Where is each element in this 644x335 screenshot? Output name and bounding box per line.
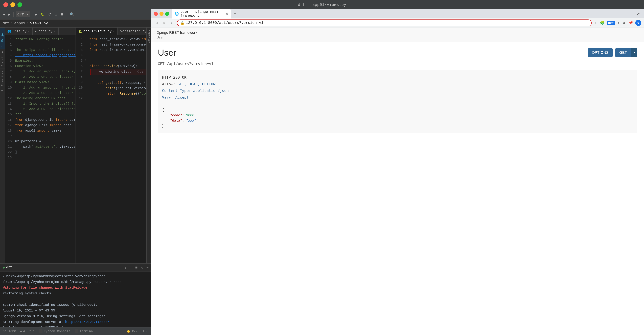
- bookmarks-icon[interactable]: ☆: [593, 20, 598, 26]
- close-views-tab[interactable]: ✕: [113, 30, 115, 33]
- coverage-btn[interactable]: ☑: [54, 12, 58, 17]
- toolbar-separator-2: [32, 12, 32, 17]
- console-line-7: Starting development server at http://12…: [3, 319, 148, 325]
- browser-window-maximize[interactable]: ⤢: [635, 11, 641, 17]
- left-code-panel: 🌐 urls.py ✕ ⚙ conf.py ✕ 12345: [5, 28, 76, 263]
- fold-gutter: ▾: [84, 35, 88, 263]
- drf-action-buttons: OPTIONS GET ▾: [588, 48, 637, 57]
- secure-icon: 🔒: [180, 21, 184, 25]
- url-text: 127.0.0.1:8000/api/users?version=v1: [186, 21, 588, 25]
- minimize-button[interactable]: [10, 2, 15, 7]
- browser-titlebar: 🌐 User – Django REST framewor… ✕ + ⤢: [151, 10, 644, 18]
- run-minimize-btn[interactable]: —: [146, 265, 149, 270]
- vary-header: Vary: Accept: [162, 94, 633, 101]
- settings-icon[interactable]: ⚙: [622, 20, 626, 26]
- status-todo[interactable]: 6: TODO: [3, 329, 16, 333]
- new-badge: New: [607, 21, 615, 25]
- back-button[interactable]: ◀: [154, 20, 160, 26]
- tab-urls-py[interactable]: 🌐 urls.py ✕: [5, 28, 32, 35]
- browser-nav-icons: ☆ 🧩 New ⬇ ⚙ 📌 U: [593, 20, 641, 26]
- nav-back-btn[interactable]: ◀: [2, 12, 6, 17]
- run-restart-btn[interactable]: ↻: [124, 265, 127, 270]
- run-console: /Users/wupeiqi/PycharmProjects/drf/.venv…: [0, 271, 151, 327]
- profile-avatar[interactable]: U: [635, 20, 641, 26]
- status-event-log[interactable]: 🔔 Event Log: [126, 329, 148, 333]
- vary-value: Accept: [175, 95, 188, 100]
- sidebar-item-structure[interactable]: Structure: [0, 49, 5, 69]
- browser-minimize[interactable]: [160, 12, 164, 16]
- allow-header: Allow: GET, HEAD, OPTIONS: [162, 81, 633, 88]
- maximize-button[interactable]: [18, 2, 22, 7]
- console-line-1: /Users/wupeiqi/PycharmProjects/drf/.venv…: [3, 273, 148, 285]
- download-icon[interactable]: ⬇: [616, 20, 620, 26]
- project-breadcrumb: drf › app01 › views.py: [0, 20, 151, 28]
- pin-icon[interactable]: 📌: [628, 20, 634, 26]
- title-bar: drf – app01/views.py: [0, 0, 644, 10]
- django-favicon: 🌐: [174, 12, 179, 16]
- traffic-lights: [3, 2, 22, 7]
- search-btn[interactable]: 🔍: [69, 12, 75, 17]
- drf-breadcrumb: User: [156, 36, 639, 39]
- status-python-console[interactable]: ⬛ Python Console: [38, 329, 70, 333]
- left-line-numbers: 12345 678910 1112131415 1617181920 21222…: [5, 35, 13, 263]
- sidebar-item-project[interactable]: 1: Project: [0, 28, 5, 49]
- project-label[interactable]: drf ▾: [16, 12, 30, 17]
- browser-chrome: 🌐 User – Django REST framewor… ✕ + ⤢ ◀ ▶…: [151, 10, 644, 28]
- left-code-content: 12345 678910 1112131415 1617181920 21222…: [5, 35, 76, 263]
- code-panels: 🌐 urls.py ✕ ⚙ conf.py ✕ 12345: [5, 28, 146, 263]
- bottom-panel: ▶ drf ✕ ↻ ↓ ⏹ ⚙ — /Users/wupeiqi/Pycharm…: [0, 263, 151, 327]
- browser-maximize[interactable]: [165, 12, 169, 16]
- debug-btn[interactable]: 🐛: [40, 12, 46, 17]
- run-tab[interactable]: ▶ drf ✕: [2, 265, 16, 270]
- stop-btn[interactable]: ⏹: [59, 12, 65, 17]
- tab-versioning-py[interactable]: versioning.py ✕: [118, 28, 146, 35]
- run-config-btn[interactable]: ▶: [34, 12, 38, 17]
- browser-tab-active[interactable]: 🌐 User – Django REST framewor… ✕: [172, 10, 231, 19]
- vertical-labels-left: 1: Project Structure 2: Favorites: [0, 28, 5, 263]
- right-code-text: from rest_framework.views import APIView…: [88, 35, 146, 263]
- get-button-group: GET ▾: [615, 48, 637, 57]
- close-button[interactable]: [3, 2, 8, 7]
- get-dropdown-button[interactable]: ▾: [631, 48, 637, 57]
- tab-conf-py[interactable]: ⚙ conf.py ✕: [32, 28, 58, 35]
- breadcrumb-file[interactable]: views.py: [30, 21, 48, 26]
- server-link[interactable]: http://127.0.0.1:8000/: [65, 320, 110, 324]
- browser-close[interactable]: [154, 12, 158, 16]
- console-line-5: August 19, 2021 – 07:43:55: [3, 308, 148, 313]
- tab-views-py[interactable]: 🐍 app01/views.py ✕: [76, 28, 118, 35]
- close-conf-tab[interactable]: ✕: [54, 30, 56, 33]
- run-tab-label: drf: [6, 265, 12, 269]
- main-container: ◀ ▶ drf ▾ ▶ 🐛 ⏱ ☑ ⏹ 🔍 drf › app01 › view…: [0, 10, 644, 335]
- browser-panel: 🌐 User – Django REST framewor… ✕ + ⤢ ◀ ▶…: [151, 10, 644, 335]
- sidebar-item-favorites[interactable]: 2: Favorites: [0, 69, 5, 93]
- browser-tabs: 🌐 User – Django REST framewor… ✕ +: [172, 10, 238, 19]
- close-urls-tab[interactable]: ✕: [28, 30, 30, 33]
- content-type-value: application/json: [193, 89, 229, 93]
- browser-traffic-lights: [154, 12, 169, 16]
- sidebar-item-database[interactable]: Database: [146, 28, 151, 46]
- breadcrumb-app01[interactable]: app01: [14, 21, 25, 26]
- drf-main: User OPTIONS GET ▾ GET /api/users?versio…: [151, 42, 644, 138]
- status-run[interactable]: ▶ 4: Run: [20, 329, 34, 333]
- status-bar: 6: TODO ▶ 4: Run ⬛ Python Console ⬛ Term…: [0, 327, 151, 335]
- options-button[interactable]: OPTIONS: [588, 48, 612, 57]
- console-line-8: Quit the server with CONTROL-C.: [3, 325, 148, 327]
- run-stop-btn[interactable]: ⏹: [134, 265, 139, 270]
- left-file-tabs: 🌐 urls.py ✕ ⚙ conf.py ✕: [5, 28, 76, 35]
- new-tab-button[interactable]: +: [232, 11, 238, 17]
- extensions-icon[interactable]: 🧩: [599, 20, 606, 26]
- nav-forward-btn[interactable]: ▶: [8, 12, 12, 17]
- breadcrumb-drf[interactable]: drf: [3, 21, 10, 26]
- address-bar[interactable]: 🔒 127.0.0.1:8000/api/users?version=v1: [177, 20, 592, 26]
- reload-button[interactable]: ↻: [169, 20, 175, 26]
- status-terminal[interactable]: ⬛ Terminal: [74, 329, 95, 333]
- browser-tab-close[interactable]: ✕: [226, 12, 228, 16]
- run-settings-btn[interactable]: ⚙: [141, 265, 144, 270]
- browser-content: Django REST framework User User OPTIONS …: [151, 28, 644, 335]
- profile-btn[interactable]: ⏱: [47, 12, 52, 17]
- forward-button[interactable]: ▶: [162, 20, 168, 26]
- get-button[interactable]: GET: [615, 48, 631, 57]
- run-tab-close[interactable]: ✕: [13, 266, 15, 269]
- right-code-panel: 🐍 app01/views.py ✕ versioning.py ✕ rest_…: [76, 28, 146, 263]
- run-down-btn[interactable]: ↓: [129, 265, 132, 270]
